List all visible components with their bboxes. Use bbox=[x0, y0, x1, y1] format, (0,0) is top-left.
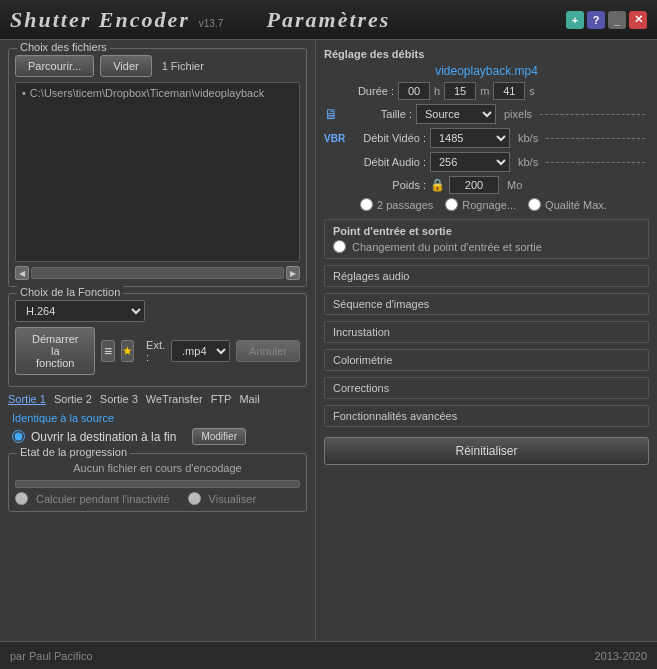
cancel-button[interactable]: Annuler bbox=[236, 340, 300, 362]
audio-reglages-row[interactable]: Réglages audio bbox=[324, 265, 649, 287]
left-panel: Choix des fichiers Parcourir... Vider 1 … bbox=[0, 40, 315, 641]
output-path-label: Identique à la source bbox=[12, 412, 114, 424]
calc-label: Calculer pendant l'inactivité bbox=[36, 493, 170, 505]
progress-controls-row: Calculer pendant l'inactivité Visualiser bbox=[15, 492, 300, 505]
dashed-line-taille bbox=[540, 114, 645, 115]
tabs-row: Sortie 1 Sortie 2 Sortie 3 WeTransfer FT… bbox=[8, 393, 307, 405]
debit-video-select[interactable]: 1485 bbox=[430, 128, 510, 148]
tab-sortie1[interactable]: Sortie 1 bbox=[8, 393, 46, 405]
incrustation-row[interactable]: Incrustation bbox=[324, 321, 649, 343]
function-row: H.264 bbox=[15, 300, 300, 322]
duree-row: Durée : 00 h 15 m 41 s bbox=[324, 82, 649, 100]
rognage-label: Rognage... bbox=[462, 199, 516, 211]
point-section: Point d'entrée et sortie Changement du p… bbox=[324, 219, 649, 259]
dashed-line-audio bbox=[546, 162, 645, 163]
star-button[interactable]: ★ bbox=[121, 340, 134, 362]
help-button[interactable]: ? bbox=[587, 11, 605, 29]
visualize-label: Visualiser bbox=[209, 493, 257, 505]
dashed-line-video bbox=[546, 138, 645, 139]
debit-audio-unit: kb/s bbox=[518, 156, 538, 168]
taille-label: Taille : bbox=[342, 108, 412, 120]
params-title: Paramètres bbox=[267, 7, 391, 32]
title-bar: Shutter Encoder v13.7 Paramètres + ? _ ✕ bbox=[0, 0, 657, 40]
clear-button[interactable]: Vider bbox=[100, 55, 151, 77]
options-row: 2 passages Rognage... Qualité Max. bbox=[324, 198, 649, 211]
filename-label: videoplayback.mp4 bbox=[324, 64, 649, 78]
tab-sortie2[interactable]: Sortie 2 bbox=[54, 393, 92, 405]
footer: par Paul Pacifico 2013-2020 bbox=[0, 641, 657, 669]
start-button[interactable]: Démarrer la fonction bbox=[15, 327, 95, 375]
poids-unit: Mo bbox=[507, 179, 522, 191]
point-radio[interactable] bbox=[333, 240, 346, 253]
debit-video-unit: kb/s bbox=[518, 132, 538, 144]
m-unit: m bbox=[480, 85, 489, 97]
ext-label: Ext. : bbox=[146, 339, 165, 363]
app-title: Shutter Encoder bbox=[10, 7, 190, 33]
start-row: Démarrer la fonction ≡ ★ Ext. : .mp4 Ann… bbox=[15, 327, 300, 375]
corrections-row[interactable]: Corrections bbox=[324, 377, 649, 399]
progress-bar bbox=[15, 480, 300, 488]
2passages-label: 2 passages bbox=[377, 199, 433, 211]
taille-select[interactable]: Source bbox=[416, 104, 496, 124]
tab-mail[interactable]: Mail bbox=[239, 393, 259, 405]
sequence-row[interactable]: Séquence d'images bbox=[324, 293, 649, 315]
ext-select[interactable]: .mp4 bbox=[171, 340, 230, 362]
rognage-radio[interactable] bbox=[445, 198, 458, 211]
progress-section: Etat de la progression Aucun fichier en … bbox=[8, 453, 307, 512]
scrollbar-track[interactable] bbox=[31, 267, 284, 279]
progress-status: Aucun fichier en cours d'encodage bbox=[15, 460, 300, 476]
main-content: Choix des fichiers Parcourir... Vider 1 … bbox=[0, 40, 657, 641]
scroll-left-button[interactable]: ◀ bbox=[15, 266, 29, 280]
colorimetrie-row[interactable]: Colorimétrie bbox=[324, 349, 649, 371]
hours-input[interactable]: 00 bbox=[398, 82, 430, 100]
tab-wetransfer[interactable]: WeTransfer bbox=[146, 393, 203, 405]
browse-button[interactable]: Parcourir... bbox=[15, 55, 94, 77]
open-destination-row: Ouvrir la destination à la fin Modifier bbox=[12, 428, 303, 445]
file-buttons-row: Parcourir... Vider 1 Fichier bbox=[15, 55, 300, 77]
add-button[interactable]: + bbox=[566, 11, 584, 29]
qualite-row: Qualité Max. bbox=[528, 198, 607, 211]
minimize-button[interactable]: _ bbox=[608, 11, 626, 29]
seconds-input[interactable]: 41 bbox=[493, 82, 525, 100]
debit-audio-select[interactable]: 256 bbox=[430, 152, 510, 172]
taille-row: 🖥 Taille : Source pixels bbox=[324, 104, 649, 124]
taille-unit: pixels bbox=[504, 108, 532, 120]
file-item: C:\Users\ticem\Dropbox\Ticeman\videoplay… bbox=[22, 87, 293, 99]
point-title: Point d'entrée et sortie bbox=[333, 225, 640, 237]
app-version: v13.7 bbox=[199, 18, 223, 29]
visualize-radio[interactable] bbox=[188, 492, 201, 505]
qualite-radio[interactable] bbox=[528, 198, 541, 211]
file-count: 1 Fichier bbox=[162, 60, 204, 72]
tab-sortie3[interactable]: Sortie 3 bbox=[100, 393, 138, 405]
2passages-row: 2 passages bbox=[360, 198, 433, 211]
file-list: C:\Users\ticem\Dropbox\Ticeman\videoplay… bbox=[15, 82, 300, 262]
lock-icon: 🔒 bbox=[430, 178, 445, 192]
2passages-radio[interactable] bbox=[360, 198, 373, 211]
function-section: Choix de la Fonction H.264 Démarrer la f… bbox=[8, 293, 307, 387]
scroll-right-button[interactable]: ▶ bbox=[286, 266, 300, 280]
debits-section: Réglage des débits videoplayback.mp4 Dur… bbox=[324, 48, 649, 215]
debits-title: Réglage des débits bbox=[324, 48, 649, 60]
list-button[interactable]: ≡ bbox=[101, 340, 114, 362]
duree-label: Durée : bbox=[324, 85, 394, 97]
minutes-input[interactable]: 15 bbox=[444, 82, 476, 100]
monitor-icon: 🖥 bbox=[324, 106, 338, 122]
qualite-label: Qualité Max. bbox=[545, 199, 607, 211]
h-unit: h bbox=[434, 85, 440, 97]
close-button[interactable]: ✕ bbox=[629, 11, 647, 29]
s-unit: s bbox=[529, 85, 535, 97]
progress-section-label: Etat de la progression bbox=[17, 446, 130, 458]
tab-ftp[interactable]: FTP bbox=[211, 393, 232, 405]
debit-audio-label: Débit Audio : bbox=[356, 156, 426, 168]
poids-row: Poids : 🔒 200 Mo bbox=[324, 176, 649, 194]
modify-button[interactable]: Modifier bbox=[192, 428, 246, 445]
function-select[interactable]: H.264 bbox=[15, 300, 145, 322]
calc-radio[interactable] bbox=[15, 492, 28, 505]
poids-input[interactable]: 200 bbox=[449, 176, 499, 194]
open-destination-radio[interactable] bbox=[12, 430, 25, 443]
open-destination-label: Ouvrir la destination à la fin bbox=[31, 430, 176, 444]
reinit-button[interactable]: Réinitialiser bbox=[324, 437, 649, 465]
fonctionnalites-row[interactable]: Fonctionnalités avancées bbox=[324, 405, 649, 427]
right-panel: Réglage des débits videoplayback.mp4 Dur… bbox=[315, 40, 657, 641]
debit-audio-row: Débit Audio : 256 kb/s bbox=[324, 152, 649, 172]
